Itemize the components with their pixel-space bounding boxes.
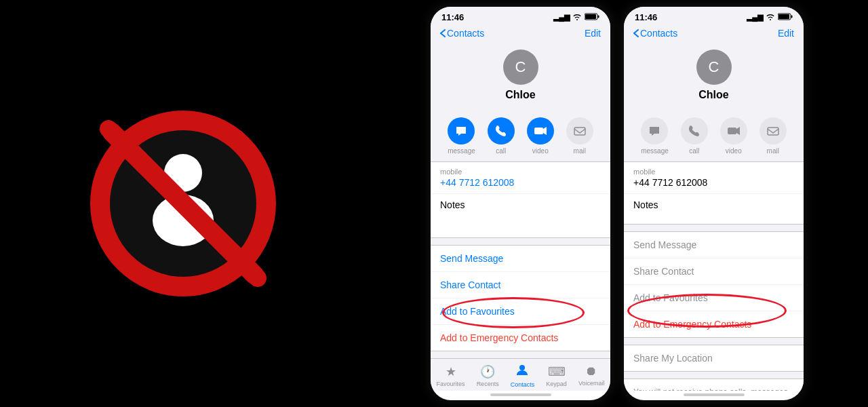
block-confirm-message: You will not receive phone calls, messag… [624, 379, 804, 391]
svg-rect-18 [728, 128, 736, 134]
share-contact-item[interactable]: Share Contact [431, 272, 610, 298]
svg-rect-9 [585, 14, 596, 19]
phone2-contact-header: C Chloe [624, 43, 804, 111]
phone1-contact-name: Chloe [505, 89, 535, 101]
wifi-icon2 [766, 13, 775, 22]
tab-recents[interactable]: 🕐 Recents [477, 364, 499, 387]
phones-container: 11:46 ▂▄▆ Contacts Edit [366, 0, 868, 407]
phone1-mobile-section: mobile +44 7712 612008 Notes [431, 161, 610, 238]
phone1-mobile-row: mobile +44 7712 612008 [431, 162, 610, 194]
phone2-scroll: mobile +44 7712 612008 Notes Send Messag… [624, 161, 804, 391]
phone1-status-bar: 11:46 ▂▄▆ [431, 7, 610, 25]
keypad-icon: ⌨ [548, 364, 566, 379]
p2-call-icon [681, 117, 708, 144]
p2-mail-icon [760, 117, 787, 144]
phone2-status-icons: ▂▄▆ [747, 13, 793, 22]
wifi-icon [572, 13, 582, 22]
phone2-mobile-section: mobile +44 7712 612008 Notes [624, 161, 804, 225]
video-button[interactable]: video [527, 117, 554, 155]
block-caller-highlight [442, 297, 585, 328]
favourites-label: Favourites [437, 381, 465, 387]
message-button[interactable]: message [448, 117, 475, 155]
battery-icon [585, 13, 599, 22]
recents-label: Recents [477, 381, 499, 387]
phone1-scroll: mobile +44 7712 612008 Notes Send Messag… [431, 161, 610, 358]
svg-rect-17 [791, 16, 793, 18]
p2-mail-button: mail [760, 117, 787, 155]
phone2-location-section: Share My Location [624, 345, 804, 372]
svg-rect-11 [534, 128, 543, 134]
p2-message-label: message [641, 147, 669, 155]
left-panel [0, 0, 366, 407]
p2-send-message-item: Send Message [624, 232, 804, 258]
svg-rect-13 [574, 128, 585, 135]
svg-marker-19 [736, 127, 740, 135]
phone2-mobile-row: mobile +44 7712 612008 [624, 162, 804, 194]
svg-point-14 [519, 365, 525, 370]
p2-share-location-item: Share My Location [624, 345, 804, 371]
mobile-label: mobile [440, 168, 601, 176]
signal-icon: ▂▄▆ [553, 13, 570, 22]
svg-rect-16 [778, 14, 789, 19]
p2-video-icon [720, 117, 747, 144]
phone2-notes: Notes [624, 194, 804, 224]
mail-button[interactable]: mail [566, 117, 593, 155]
mail-icon [566, 117, 593, 144]
phone2-contact-name: Chloe [698, 89, 728, 101]
p2-message-button: message [641, 117, 669, 155]
svg-rect-20 [768, 128, 778, 135]
phone1-tab-bar: ★ Favourites 🕐 Recents Contacts ⌨ Keypad [431, 358, 610, 391]
tab-contacts[interactable]: Contacts [511, 363, 535, 388]
phone1-screen: 11:46 ▂▄▆ Contacts Edit [431, 7, 610, 400]
message-icon [448, 117, 475, 144]
add-emergency-item[interactable]: Add to Emergency Contacts [431, 325, 610, 351]
p2-share-contact-item: Share Contact [624, 258, 804, 285]
tab-favourites[interactable]: ★ Favourites [437, 364, 465, 387]
mobile-number[interactable]: +44 7712 612008 [440, 177, 601, 188]
mail-label: mail [574, 147, 586, 155]
video-icon [527, 117, 554, 144]
phone2-action-buttons: message call video [624, 111, 804, 161]
phone2-edit-button[interactable]: Edit [778, 28, 794, 39]
voicemail-icon: ⏺ [585, 364, 597, 379]
contacts-icon [515, 363, 529, 380]
recents-icon: 🕐 [480, 364, 495, 379]
p2-video-label: video [726, 147, 742, 155]
call-label: call [496, 147, 506, 155]
phone2-nav-bar: Contacts Edit [624, 25, 804, 43]
phone2-wrapper: 11:46 ▂▄▆ Contacts Edit [617, 7, 810, 400]
p2-mail-label: mail [767, 147, 779, 155]
phone1-status-icons: ▂▄▆ [553, 13, 599, 22]
tab-voicemail[interactable]: ⏺ Voicemail [578, 364, 605, 387]
phone1-wrapper: 11:46 ▂▄▆ Contacts Edit [424, 7, 617, 400]
phone1-nav-bar: Contacts Edit [431, 25, 610, 43]
p2-call-button: call [681, 117, 708, 155]
phone1-action-buttons: message call video [431, 111, 610, 161]
no-entry-icon [88, 109, 278, 298]
video-label: video [532, 147, 549, 155]
call-button[interactable]: call [488, 117, 515, 155]
phone2-back-button[interactable]: Contacts [633, 28, 677, 39]
p2-video-button: video [720, 117, 747, 155]
svg-rect-10 [598, 16, 599, 18]
tab-keypad[interactable]: ⌨ Keypad [546, 364, 567, 387]
phone1-avatar: C [503, 50, 538, 85]
phone1-edit-button[interactable]: Edit [585, 28, 601, 39]
phone1-back-button[interactable]: Contacts [440, 28, 484, 39]
phone1-contact-header: C Chloe [431, 43, 610, 111]
block-contact-highlight [627, 294, 787, 328]
phone1-time: 11:46 [441, 12, 464, 22]
send-message-item[interactable]: Send Message [431, 246, 610, 272]
battery-icon2 [778, 13, 793, 22]
favourites-icon: ★ [446, 364, 456, 379]
phone2-home-indicator [684, 393, 745, 396]
p2-call-label: call [689, 147, 699, 155]
p2-mobile-label: mobile [633, 168, 794, 176]
phone2-screen: 11:46 ▂▄▆ Contacts Edit [624, 7, 804, 400]
call-icon [488, 117, 515, 144]
signal-icon2: ▂▄▆ [747, 13, 763, 22]
contacts-label: Contacts [511, 381, 535, 388]
phone2-avatar: C [696, 50, 732, 85]
svg-marker-12 [543, 127, 547, 135]
message-label: message [448, 147, 475, 155]
